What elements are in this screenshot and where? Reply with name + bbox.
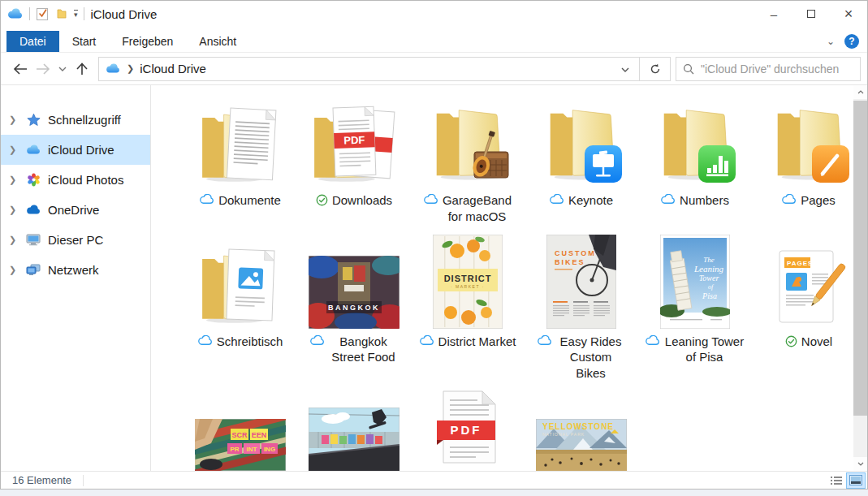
cloud-status-icon [538,335,552,346]
icon-grid: Dokumente [151,85,867,471]
file-tile-whitestone-farms[interactable]: PDF Whitestone Farms [411,388,525,471]
sidebar-item-icloud-photos[interactable]: ❯ iCloud Photos [1,165,150,195]
file-tile-bangkok-street-food[interactable]: BANGKOK Bangkok Street Food [297,231,411,382]
back-button[interactable] [9,58,32,80]
folder-garageband-icon [422,100,513,188]
chevron-right-icon[interactable]: ❯ [9,205,19,215]
icloud-app-icon [7,8,24,19]
cloud-status-icon [424,194,438,205]
address-dropdown-chevron-icon[interactable] [615,64,636,74]
sidebar-item-netzwerk[interactable]: ❯ Netzwerk [1,255,150,285]
address-bar: ❯ iCloud Drive [98,57,671,81]
scroll-down-icon[interactable] [853,457,867,471]
items-count: 16 Elemente [12,474,71,486]
file-label: Numbers [680,192,729,209]
refresh-icon [650,63,661,75]
file-tile-dokumente[interactable]: Dokumente [184,95,297,225]
tab-freigeben[interactable]: Freigeben [109,31,186,52]
properties-check-icon[interactable] [36,6,50,21]
file-tile-downloads[interactable]: PDF Downloads [297,95,411,225]
synced-status-icon [316,194,328,206]
file-tile-screen-printing[interactable]: SCR EEN PR INT ING Screen Printing [184,388,297,471]
scrollbar-thumb[interactable] [853,101,867,416]
file-tile-easy-rides[interactable]: CUSTOM BIKES Easy Rides Custom Bikes [525,231,638,382]
pages-document-icon: PAGES [770,246,848,329]
file-tile-garageband[interactable]: GarageBand for macOS [411,95,525,225]
file-tile-numbers[interactable]: Numbers [638,95,752,225]
file-label: GarageBand for macOS [443,192,512,225]
cloud-status-icon [550,194,564,205]
svg-text:DISTRICT: DISTRICT [444,274,492,283]
pdf-file-icon: PDF [429,390,507,471]
file-tile-pages[interactable]: Pages [752,95,866,225]
file-label: Schreibtisch [217,334,283,350]
new-folder-icon[interactable] [55,7,68,20]
svg-text:Leaning: Leaning [693,264,724,274]
breadcrumb-location[interactable]: iCloud Drive [140,62,206,75]
computer-icon [25,233,41,248]
sidebar-item-icloud-drive[interactable]: ❯ iCloud Drive [1,135,150,165]
quick-access-toolbar: ▾ [7,6,84,21]
status-bar: 16 Elemente [1,471,867,489]
chevron-right-icon[interactable]: ❯ [9,265,19,275]
scroll-up-icon[interactable] [853,85,867,99]
titlebar: ▾ iCloud Drive – × [1,1,867,27]
file-tile-novel[interactable]: PAGES Novel [752,231,866,382]
chevron-right-icon[interactable]: ❯ [9,175,19,185]
up-button[interactable] [71,58,93,80]
file-list-area: Dokumente [151,85,867,471]
details-view-button[interactable] [827,472,846,489]
tab-start[interactable]: Start [59,31,110,52]
file-tile-keynote[interactable]: Keynote [525,95,638,225]
cloud-status-icon [420,335,434,346]
file-tile-leaning-tower[interactable]: The Leaning Tower of Pisa Leaning Tower … [638,231,752,382]
tab-ansicht[interactable]: Ansicht [186,31,249,52]
scrollbar-track[interactable] [853,99,867,457]
minimize-button[interactable]: – [755,1,792,27]
photos-flower-icon [25,173,41,188]
window-title: iCloud Drive [91,7,158,21]
file-label: Easy Rides Custom Bikes [556,334,626,382]
search-input[interactable] [701,63,853,75]
refresh-button[interactable] [640,57,671,81]
chevron-right-icon[interactable]: ❯ [9,144,19,155]
help-button[interactable]: ? [844,34,859,49]
tab-datei[interactable]: Datei [6,31,59,52]
expand-ribbon-chevron-icon[interactable]: ⌄ [827,36,835,47]
navigation-pane: ❯ Schnellzugriff ❯ iCloud Drive ❯ [1,85,151,471]
file-tile-district-market[interactable]: DISTRICT · MARKET · District Market [411,231,525,382]
maximize-button[interactable] [792,1,830,27]
chevron-right-icon[interactable]: ❯ [9,114,19,125]
photo-thumbnail: SCR EEN PR INT ING [195,419,286,471]
recent-locations-chevron-icon[interactable] [54,58,71,80]
file-tile-skateboard-deck[interactable]: Skateboard Deck [297,388,411,471]
large-icons-view-button[interactable] [846,472,866,489]
forward-button[interactable] [32,58,54,80]
sidebar-item-label: Netzwerk [48,263,99,277]
svg-text:BANGKOK: BANGKOK [328,304,380,312]
sidebar-item-schnellzugriff[interactable]: ❯ Schnellzugriff [1,105,150,135]
explorer-window: ▾ iCloud Drive – × Datei Start Freigeben… [0,0,868,490]
file-tile-schreibtisch[interactable]: Schreibtisch [184,231,297,382]
navigation-toolbar: ❯ iCloud Drive [1,53,867,85]
file-tile-yellowstone[interactable]: YELLOWSTONE NATIONAL PARK Yellowstone [525,388,638,471]
file-label: Bangkok Street Food [329,334,399,366]
folder-with-image-icon [195,244,286,329]
cloud-status-icon [646,335,660,346]
folder-numbers-icon [650,100,741,188]
document-preview: DISTRICT · MARKET · [433,235,503,329]
sidebar-item-dieser-pc[interactable]: ❯ Dieser PC [1,225,150,255]
vertical-scrollbar[interactable] [853,85,867,471]
svg-text:· MARKET ·: · MARKET · [451,284,485,289]
sidebar-item-onedrive[interactable]: ❯ OneDrive [1,195,150,225]
quick-access-dropdown-icon[interactable]: ▾ [74,10,78,19]
svg-text:PAGES: PAGES [787,259,813,266]
maximize-icon [807,10,815,18]
statusbar-separator [83,475,84,486]
sidebar-item-label: iCloud Drive [48,143,114,157]
folder-with-pdfs-icon: PDF [309,103,399,188]
close-button[interactable]: × [830,1,867,27]
network-icon [25,263,41,278]
address-box[interactable]: ❯ iCloud Drive [98,57,640,81]
chevron-right-icon[interactable]: ❯ [9,235,19,245]
